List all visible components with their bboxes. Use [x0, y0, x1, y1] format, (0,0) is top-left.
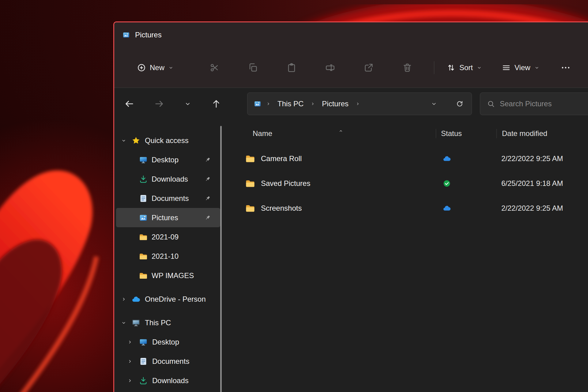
file-row-camera-roll[interactable]: Camera Roll 2/22/2022 9:25 AM [222, 146, 588, 171]
column-header-date-modified[interactable]: Date modified [497, 129, 547, 138]
desktop-icon [139, 155, 148, 164]
back-button[interactable] [122, 97, 136, 111]
desktop-icon [139, 337, 148, 347]
sidebar-item-label: 2021-10 [152, 252, 179, 261]
title-bar[interactable]: Pictures [114, 22, 588, 47]
chevron-down-icon [184, 100, 191, 107]
chevron-right-icon[interactable] [127, 378, 133, 383]
chevron-down-icon [168, 65, 174, 70]
refresh-button[interactable] [454, 98, 466, 110]
sidebar-item-pc-documents[interactable]: Documents [116, 352, 220, 371]
chevron-right-icon[interactable] [127, 359, 133, 364]
sidebar-item-pc-downloads[interactable]: Downloads [116, 371, 220, 390]
copy-button[interactable] [246, 61, 260, 75]
share-button[interactable] [362, 61, 376, 75]
date-modified: 6/25/2021 9:18 AM [496, 179, 563, 188]
sidebar-item-2021-09[interactable]: 2021-09 [116, 227, 220, 247]
sidebar-item-label: OneDrive - Person [145, 295, 206, 303]
delete-icon [402, 62, 413, 73]
sidebar-item-label: Documents [152, 357, 189, 366]
date-modified: 2/22/2022 9:25 AM [496, 204, 563, 213]
delete-button[interactable] [400, 61, 414, 75]
back-arrow-icon [124, 99, 134, 109]
forward-button[interactable] [152, 97, 166, 111]
sidebar-item-pc-desktop[interactable]: Desktop [116, 332, 220, 352]
cut-button[interactable] [207, 61, 221, 75]
window-title: Pictures [135, 31, 162, 39]
pictures-icon [139, 213, 148, 222]
column-headers: Name Status Date modified [222, 125, 588, 142]
paste-icon [286, 62, 297, 73]
pin-icon [204, 156, 211, 163]
navigation-pane: Quick access Desktop Downloads Documents… [114, 120, 222, 392]
folder-icon [245, 178, 255, 189]
pin-icon [204, 195, 211, 202]
file-list: Name Status Date modified Camera Roll 2/… [222, 120, 588, 392]
sort-button[interactable]: Sort [442, 59, 486, 76]
sidebar-item-pictures[interactable]: Pictures [116, 208, 220, 227]
onedrive-cloud-icon [131, 295, 141, 304]
breadcrumb-chevron-icon [355, 101, 360, 106]
sort-button-label: Sort [459, 63, 473, 72]
new-button-label: New [150, 63, 164, 72]
sidebar-item-label: Desktop [152, 338, 179, 346]
file-name: Saved Pictures [261, 179, 310, 188]
chevron-down-icon[interactable] [121, 320, 127, 326]
pin-icon [204, 214, 211, 221]
pictures-icon [254, 100, 262, 108]
folder-icon [245, 203, 255, 213]
folder-icon [245, 153, 255, 164]
sidebar-item-desktop[interactable]: Desktop [116, 150, 220, 169]
sidebar-item-this-pc[interactable]: This PC [116, 313, 220, 332]
up-button[interactable] [209, 97, 223, 111]
sidebar-item-label: Downloads [152, 175, 188, 183]
documents-icon [139, 357, 148, 366]
folder-icon [139, 252, 148, 261]
chevron-right-icon[interactable] [127, 339, 133, 345]
documents-icon [139, 194, 148, 203]
sidebar-item-onedrive[interactable]: OneDrive - Person [116, 289, 220, 309]
file-row-screenshots[interactable]: Screenshots 2/22/2022 9:25 AM [222, 196, 588, 221]
cut-icon [209, 62, 220, 73]
toolbar-divider [434, 61, 434, 74]
file-explorer-window: Pictures New Sort View [113, 21, 588, 392]
downloads-icon [139, 175, 148, 184]
chevron-right-icon[interactable] [121, 296, 127, 302]
sidebar-item-label: 2021-09 [152, 233, 179, 241]
sidebar-item-label: WP IMAGES [152, 271, 194, 280]
new-button[interactable]: New [133, 59, 178, 76]
sidebar-scrollbar[interactable] [220, 126, 222, 392]
paste-button[interactable] [285, 61, 299, 75]
sidebar-item-documents[interactable]: Documents [116, 189, 220, 208]
breadcrumb-pictures[interactable]: Pictures [319, 98, 351, 110]
rename-button[interactable] [323, 61, 337, 75]
sidebar-item-2021-10[interactable]: 2021-10 [116, 247, 220, 266]
address-dropdown-button[interactable] [429, 99, 439, 109]
column-header-name[interactable]: Name [222, 129, 436, 138]
downloads-icon [139, 376, 148, 385]
view-button-label: View [514, 63, 530, 72]
search-input[interactable] [500, 100, 588, 108]
chevron-down-icon [534, 65, 540, 70]
pin-icon [204, 176, 211, 183]
search-box[interactable] [480, 92, 588, 115]
see-more-button[interactable] [559, 61, 573, 75]
breadcrumb-this-pc[interactable]: This PC [275, 98, 306, 110]
sidebar-item-downloads[interactable]: Downloads [116, 169, 220, 189]
cloud-status-icon [443, 154, 451, 163]
view-button[interactable]: View [497, 59, 544, 76]
view-lines-icon [502, 63, 511, 72]
sort-arrows-icon [447, 63, 456, 72]
recent-locations-button[interactable] [182, 98, 193, 109]
column-header-status[interactable]: Status [436, 129, 496, 138]
address-bar[interactable]: This PC Pictures [247, 92, 472, 115]
sort-ascending-icon [338, 127, 343, 135]
command-bar: New Sort View [114, 47, 588, 88]
navigation-bar: This PC Pictures [114, 88, 588, 120]
chevron-down-icon[interactable] [121, 138, 127, 143]
chevron-down-icon [431, 100, 437, 107]
file-row-saved-pictures[interactable]: Saved Pictures 6/25/2021 9:18 AM [222, 171, 588, 196]
sidebar-item-wp-images[interactable]: WP IMAGES [116, 266, 220, 285]
sidebar-item-label: Downloads [152, 376, 189, 385]
sidebar-item-quick-access[interactable]: Quick access [116, 131, 220, 150]
